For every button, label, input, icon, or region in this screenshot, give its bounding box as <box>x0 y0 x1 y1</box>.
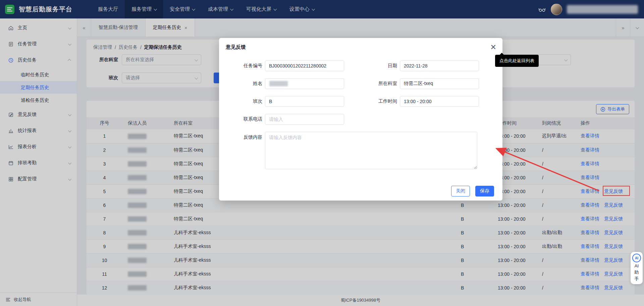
ai-icon: AI <box>632 254 641 262</box>
feedback-content-label: 反馈内容 <box>219 132 265 142</box>
ai-assistant-label: AI <box>635 263 639 269</box>
ai-assistant-button[interactable]: AI AI 助 手 <box>631 252 643 284</box>
work-time-input[interactable] <box>400 96 479 107</box>
task-no-label: 任务编号 <box>219 63 265 69</box>
work-time-label: 工作时间 <box>344 98 400 104</box>
shift-label: 班次 <box>219 98 265 104</box>
ai-assistant-label: 助 <box>635 270 639 275</box>
task-no-input[interactable] <box>265 60 344 71</box>
phone-label: 联系电话 <box>219 116 265 122</box>
redacted-name <box>269 81 288 86</box>
name-label: 姓名 <box>219 81 265 87</box>
department-input[interactable] <box>400 78 479 89</box>
annotation-tooltip: 点击此处返回列表 <box>495 55 539 67</box>
shift-input[interactable] <box>265 96 344 107</box>
feedback-content-textarea[interactable] <box>265 132 477 169</box>
ai-assistant-label: 手 <box>635 276 639 281</box>
feedback-modal: 意见反馈 ✕ 任务编号 日期 姓名 所在科室 班次 工作时间 联系电话 <box>219 38 502 201</box>
annotation-arrow <box>488 143 604 195</box>
annotation-tooltip-text: 点击此处返回列表 <box>499 58 534 63</box>
modal-title: 意见反馈 <box>226 44 246 50</box>
modal-close-button[interactable]: 关闭 <box>451 186 470 196</box>
phone-input[interactable] <box>265 114 344 125</box>
department-label: 所在科室 <box>344 81 400 87</box>
close-icon[interactable]: ✕ <box>490 44 496 51</box>
date-label: 日期 <box>344 63 400 69</box>
annotation-highlight-box <box>603 186 630 196</box>
date-input[interactable] <box>400 60 479 71</box>
